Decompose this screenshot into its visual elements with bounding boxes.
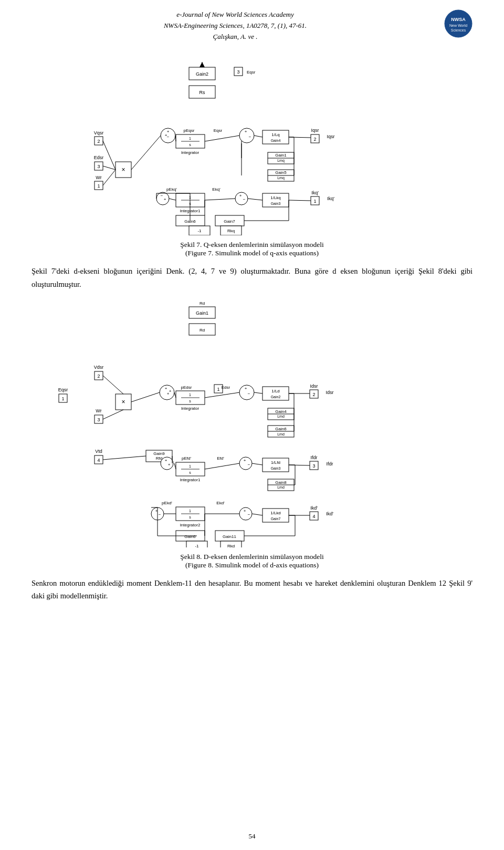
svg-text:2: 2 — [97, 139, 100, 144]
svg-text:Gain1: Gain1 — [275, 153, 287, 158]
svg-text:Gain6: Gain6 — [184, 534, 196, 539]
page-header: e-Journal of New World Sciences Academy … — [32, 0, 472, 47]
svg-text:Lmd: Lmd — [277, 485, 285, 489]
svg-text:1: 1 — [97, 183, 100, 189]
svg-text:Gain1: Gain1 — [196, 310, 208, 316]
svg-text:−: − — [248, 391, 250, 396]
svg-text:Integrator: Integrator — [181, 150, 200, 155]
svg-text:Gain2: Gain2 — [196, 71, 208, 77]
page-footer: 54 — [0, 832, 504, 841]
svg-text:Gain4: Gain4 — [275, 409, 287, 414]
svg-text:Rkd: Rkd — [227, 544, 235, 547]
svg-text:s: s — [189, 143, 191, 147]
svg-text:+: + — [245, 386, 247, 391]
figure7-diagram: Gain2 Rs 3 Eqsr Vqsr 2 Edsr 3 Wr — [37, 57, 467, 235]
svg-text:-1: -1 — [195, 544, 199, 547]
figure8-container: Gain1 Rd Rd Vdsr 2 Eqsr 1 Wr 3 × — [32, 300, 472, 547]
svg-text:Lmd: Lmd — [277, 432, 285, 436]
figure7-caption: Şekil 7. Q-eksen denlemlerinin simülasyo… — [32, 241, 472, 257]
svg-text:Rs: Rs — [200, 90, 205, 95]
svg-text:×: × — [121, 398, 125, 406]
svg-text:Edsr: Edsr — [94, 155, 104, 160]
svg-text:s: s — [189, 471, 191, 474]
svg-rect-4 — [37, 57, 467, 235]
svg-text:Gain5: Gain5 — [275, 170, 287, 175]
svg-text:4: 4 — [312, 514, 315, 519]
svg-text:Gain3: Gain3 — [271, 467, 281, 470]
svg-text:Integrator: Integrator — [181, 406, 200, 411]
svg-text:−: − — [248, 462, 250, 467]
svg-text:−: − — [248, 512, 250, 517]
svg-text:2: 2 — [313, 137, 316, 142]
svg-text:1/Lkd: 1/Lkd — [270, 511, 281, 515]
paragraph2: Senkron motorun endüklediği moment Denkl… — [32, 577, 472, 603]
svg-text:pEfd': pEfd' — [182, 456, 191, 461]
svg-text:Edsr: Edsr — [222, 385, 230, 390]
svg-text:Gain7: Gain7 — [224, 219, 235, 224]
svg-text:Rd: Rd — [200, 301, 205, 306]
svg-text:Vqsr: Vqsr — [94, 130, 104, 136]
svg-text:−: − — [161, 193, 163, 198]
svg-text:+: + — [244, 509, 246, 513]
svg-text:Lmd: Lmd — [277, 414, 285, 418]
svg-text:NWSA: NWSA — [451, 17, 466, 22]
svg-text:1: 1 — [189, 137, 191, 140]
header-line1: e-Journal of New World Sciences Academy — [32, 9, 439, 20]
paragraph1: Şekil 7'deki d-ekseni bloğunun içeriğini… — [32, 265, 472, 291]
svg-text:+: + — [165, 386, 167, 391]
svg-text:−: − — [159, 512, 161, 517]
svg-text:1/Lkq: 1/Lkq — [270, 195, 281, 200]
svg-text:Eqsr: Eqsr — [247, 70, 256, 75]
svg-text:1/Lq: 1/Lq — [271, 132, 280, 137]
svg-text:Vtd: Vtd — [95, 449, 102, 454]
svg-text:×: × — [121, 166, 125, 173]
svg-text:s: s — [189, 515, 191, 519]
svg-text:1: 1 — [217, 387, 219, 392]
svg-text:Gain2: Gain2 — [271, 395, 281, 399]
svg-text:4: 4 — [97, 458, 100, 463]
svg-text:1: 1 — [189, 464, 191, 468]
figure7-container: Gain2 Rs 3 Eqsr Vqsr 2 Edsr 3 Wr — [32, 57, 472, 235]
svg-text:Idsr: Idsr — [310, 383, 318, 389]
svg-text:Wr: Wr — [96, 408, 101, 413]
header-line2: NWSA-Engineering Sciences, 1A0278, 7, (1… — [32, 20, 439, 32]
svg-text:+: + — [169, 389, 172, 393]
svg-text:3: 3 — [312, 463, 315, 469]
svg-text:Ifdr: Ifdr — [326, 461, 333, 467]
figure8-caption-line2: (Figure 8. Simulink model of d-axis equa… — [32, 561, 472, 569]
svg-text:pEqsr: pEqsr — [184, 128, 195, 133]
svg-text:1/Lfd: 1/Lfd — [271, 460, 280, 465]
figure8-diagram: Gain1 Rd Rd Vdsr 2 Eqsr 1 Wr 3 × — [37, 300, 467, 547]
svg-text:+: + — [239, 193, 242, 198]
figure8-svg: Gain1 Rd Rd Vdsr 2 Eqsr 1 Wr 3 × — [37, 300, 467, 547]
svg-text:2: 2 — [312, 392, 315, 397]
svg-text:Ikd': Ikd' — [310, 505, 318, 511]
svg-text:+: + — [244, 458, 246, 463]
svg-text:s: s — [189, 399, 191, 403]
figure8-caption: Şekil 8. D-eksen denlemlerinin simülasyo… — [32, 553, 472, 569]
figure7-caption-line2: (Figure 7. Simulink model of q-axis equa… — [32, 249, 472, 257]
header-line3: Çalışkan, A. ve . — [32, 32, 439, 43]
svg-text:Ekq': Ekq' — [212, 187, 220, 192]
svg-text:Rkq: Rkq — [227, 229, 235, 233]
svg-text:1: 1 — [189, 509, 191, 513]
svg-text:+: + — [165, 133, 167, 138]
svg-text:Gain8: Gain8 — [275, 480, 287, 485]
svg-text:pEkq': pEkq' — [166, 187, 177, 192]
svg-text:Integrator1: Integrator1 — [180, 478, 201, 482]
svg-text:Gain6: Gain6 — [275, 427, 287, 431]
svg-text:1/Ld: 1/Ld — [271, 389, 280, 393]
svg-text:Eqsr: Eqsr — [58, 387, 68, 392]
svg-text:Rd: Rd — [200, 328, 205, 333]
figure7-svg: Gain2 Rs 3 Eqsr Vqsr 2 Edsr 3 Wr — [37, 57, 467, 235]
svg-text:Wr: Wr — [96, 175, 101, 180]
page: e-Journal of New World Sciences Academy … — [0, 0, 504, 850]
svg-text:3: 3 — [97, 164, 100, 169]
svg-text:Integrator2: Integrator2 — [180, 523, 201, 527]
svg-text:+: + — [167, 129, 170, 134]
svg-text:Gain9: Gain9 — [153, 451, 165, 456]
svg-text:Iqsr: Iqsr — [311, 128, 319, 133]
svg-text:Idsr: Idsr — [326, 390, 333, 395]
svg-text:1: 1 — [313, 199, 316, 204]
svg-text:Iqsr: Iqsr — [327, 134, 334, 139]
